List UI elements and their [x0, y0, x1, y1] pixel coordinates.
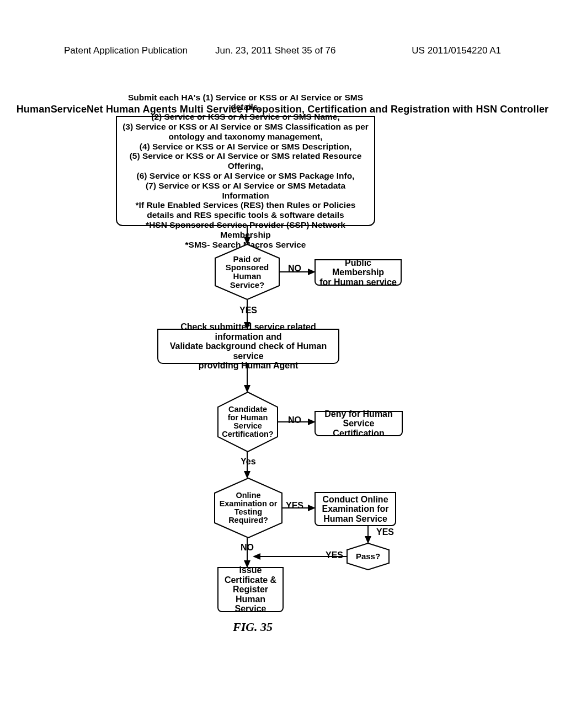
label-no: NO — [288, 415, 301, 425]
conduct-exam-box: Conduct Online Examination for Human Ser… — [315, 492, 396, 526]
decision-paid-sponsored: Paid or Sponsored Human Service? — [215, 244, 280, 300]
decision-candidate-text: Candidate for Human Service Certificatio… — [217, 392, 278, 452]
figure-text: FIG. 35 — [233, 620, 273, 634]
public-membership-box: Public Membership for Human service — [315, 259, 402, 286]
submit-details-box: Submit each HA's (1) Service or KSS or A… — [116, 116, 375, 226]
deny-certification-box: Deny for Human Service Certification — [315, 411, 403, 436]
decision-exam-required: Online Examination or Testing Required? — [214, 478, 282, 538]
label-no: NO — [288, 264, 301, 274]
header-publication: Patent Application Publication — [64, 45, 188, 56]
decision-exam-text: Online Examination or Testing Required? — [214, 478, 282, 538]
check-validate-box: Check submitted service related informat… — [157, 329, 339, 364]
header-pubnum: US 2011/0154220 A1 — [412, 45, 501, 56]
label-yes: Yes — [241, 457, 256, 467]
issue-certificate-text: Issue Certificate & Register Human Servi… — [222, 565, 279, 614]
label-yes: YES — [286, 501, 303, 511]
decision-candidate: Candidate for Human Service Certificatio… — [217, 392, 278, 452]
decision-pass-text: Pass? — [347, 543, 390, 570]
decision-pass: Pass? — [347, 543, 390, 570]
check-validate-text: Check submitted service related informat… — [162, 322, 335, 371]
public-membership-text: Public Membership for Human service — [319, 258, 397, 287]
header-sheet: Jun. 23, 2011 Sheet 35 of 76 — [215, 45, 335, 56]
decision-paid-text: Paid or Sponsored Human Service? — [215, 244, 280, 300]
patent-page: Patent Application Publication Jun. 23, … — [0, 0, 565, 728]
label-yes: YES — [376, 527, 394, 537]
issue-certificate-box: Issue Certificate & Register Human Servi… — [217, 567, 284, 612]
submit-details-text: Submit each HA's (1) Service or KSS or A… — [122, 93, 369, 250]
conduct-exam-text: Conduct Online Examination for Human Ser… — [322, 495, 389, 524]
label-no: NO — [241, 543, 254, 553]
label-yes: YES — [326, 550, 343, 560]
figure-label: FIG. 35 — [233, 620, 273, 634]
deny-certification-text: Deny for Human Service Certification — [319, 409, 398, 438]
label-yes: YES — [239, 306, 257, 315]
